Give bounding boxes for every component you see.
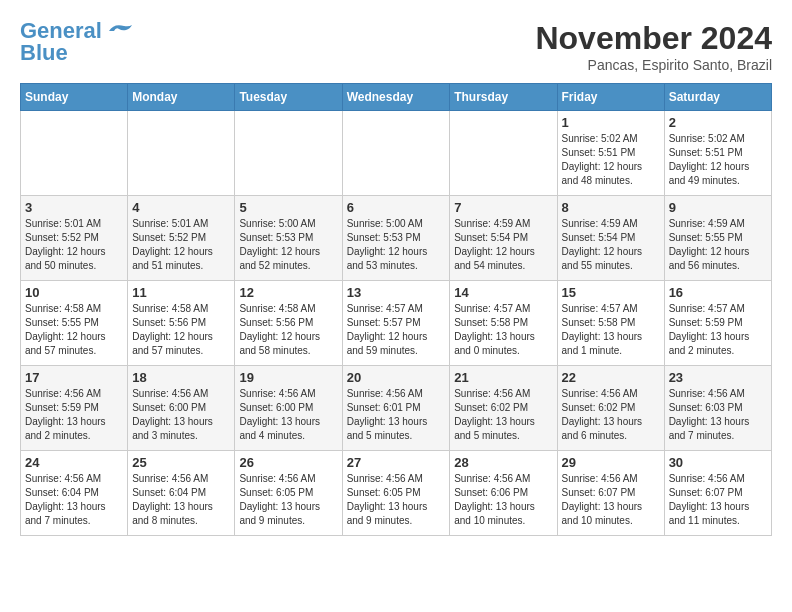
day-info: Sunrise: 5:01 AM Sunset: 5:52 PM Dayligh… [25, 217, 123, 273]
calendar-cell: 17Sunrise: 4:56 AM Sunset: 5:59 PM Dayli… [21, 366, 128, 451]
day-number: 29 [562, 455, 660, 470]
calendar-week-row: 3Sunrise: 5:01 AM Sunset: 5:52 PM Daylig… [21, 196, 772, 281]
calendar-cell: 26Sunrise: 4:56 AM Sunset: 6:05 PM Dayli… [235, 451, 342, 536]
day-number: 20 [347, 370, 446, 385]
day-number: 14 [454, 285, 552, 300]
day-number: 6 [347, 200, 446, 215]
calendar-cell: 2Sunrise: 5:02 AM Sunset: 5:51 PM Daylig… [664, 111, 771, 196]
day-info: Sunrise: 4:59 AM Sunset: 5:55 PM Dayligh… [669, 217, 767, 273]
day-number: 7 [454, 200, 552, 215]
logo-blue: Blue [20, 42, 68, 64]
day-info: Sunrise: 4:56 AM Sunset: 6:03 PM Dayligh… [669, 387, 767, 443]
calendar-header-row: SundayMondayTuesdayWednesdayThursdayFrid… [21, 84, 772, 111]
day-number: 3 [25, 200, 123, 215]
day-number: 23 [669, 370, 767, 385]
day-info: Sunrise: 4:56 AM Sunset: 6:06 PM Dayligh… [454, 472, 552, 528]
day-number: 21 [454, 370, 552, 385]
weekday-header: Thursday [450, 84, 557, 111]
day-info: Sunrise: 4:59 AM Sunset: 5:54 PM Dayligh… [454, 217, 552, 273]
calendar-cell: 14Sunrise: 4:57 AM Sunset: 5:58 PM Dayli… [450, 281, 557, 366]
day-number: 10 [25, 285, 123, 300]
weekday-header: Sunday [21, 84, 128, 111]
logo-text: General [20, 20, 102, 42]
calendar-cell: 18Sunrise: 4:56 AM Sunset: 6:00 PM Dayli… [128, 366, 235, 451]
calendar-cell: 12Sunrise: 4:58 AM Sunset: 5:56 PM Dayli… [235, 281, 342, 366]
calendar-cell [235, 111, 342, 196]
day-number: 19 [239, 370, 337, 385]
day-info: Sunrise: 4:58 AM Sunset: 5:56 PM Dayligh… [132, 302, 230, 358]
calendar-cell [21, 111, 128, 196]
day-info: Sunrise: 5:02 AM Sunset: 5:51 PM Dayligh… [562, 132, 660, 188]
weekday-header: Wednesday [342, 84, 450, 111]
day-info: Sunrise: 5:01 AM Sunset: 5:52 PM Dayligh… [132, 217, 230, 273]
calendar-cell: 16Sunrise: 4:57 AM Sunset: 5:59 PM Dayli… [664, 281, 771, 366]
calendar-cell: 22Sunrise: 4:56 AM Sunset: 6:02 PM Dayli… [557, 366, 664, 451]
day-number: 16 [669, 285, 767, 300]
day-info: Sunrise: 5:02 AM Sunset: 5:51 PM Dayligh… [669, 132, 767, 188]
day-number: 13 [347, 285, 446, 300]
day-info: Sunrise: 4:58 AM Sunset: 5:56 PM Dayligh… [239, 302, 337, 358]
day-info: Sunrise: 4:57 AM Sunset: 5:59 PM Dayligh… [669, 302, 767, 358]
day-info: Sunrise: 4:56 AM Sunset: 6:07 PM Dayligh… [669, 472, 767, 528]
calendar-cell [128, 111, 235, 196]
day-info: Sunrise: 4:56 AM Sunset: 5:59 PM Dayligh… [25, 387, 123, 443]
logo: General Blue [20, 20, 134, 64]
day-number: 27 [347, 455, 446, 470]
calendar-cell: 25Sunrise: 4:56 AM Sunset: 6:04 PM Dayli… [128, 451, 235, 536]
day-info: Sunrise: 4:56 AM Sunset: 6:02 PM Dayligh… [454, 387, 552, 443]
day-info: Sunrise: 4:56 AM Sunset: 6:04 PM Dayligh… [25, 472, 123, 528]
weekday-header: Monday [128, 84, 235, 111]
day-number: 24 [25, 455, 123, 470]
day-number: 18 [132, 370, 230, 385]
day-info: Sunrise: 4:56 AM Sunset: 6:01 PM Dayligh… [347, 387, 446, 443]
day-info: Sunrise: 4:56 AM Sunset: 6:02 PM Dayligh… [562, 387, 660, 443]
location: Pancas, Espirito Santo, Brazil [535, 57, 772, 73]
day-info: Sunrise: 4:57 AM Sunset: 5:58 PM Dayligh… [454, 302, 552, 358]
calendar-cell [450, 111, 557, 196]
day-number: 26 [239, 455, 337, 470]
calendar-week-row: 1Sunrise: 5:02 AM Sunset: 5:51 PM Daylig… [21, 111, 772, 196]
calendar-cell [342, 111, 450, 196]
page-header: General Blue November 2024 Pancas, Espir… [20, 20, 772, 73]
day-number: 12 [239, 285, 337, 300]
month-title: November 2024 [535, 20, 772, 57]
day-number: 30 [669, 455, 767, 470]
day-number: 8 [562, 200, 660, 215]
weekday-header: Friday [557, 84, 664, 111]
day-number: 5 [239, 200, 337, 215]
day-number: 15 [562, 285, 660, 300]
title-block: November 2024 Pancas, Espirito Santo, Br… [535, 20, 772, 73]
calendar-cell: 15Sunrise: 4:57 AM Sunset: 5:58 PM Dayli… [557, 281, 664, 366]
calendar-cell: 9Sunrise: 4:59 AM Sunset: 5:55 PM Daylig… [664, 196, 771, 281]
day-number: 4 [132, 200, 230, 215]
calendar-cell: 28Sunrise: 4:56 AM Sunset: 6:06 PM Dayli… [450, 451, 557, 536]
day-info: Sunrise: 4:56 AM Sunset: 6:05 PM Dayligh… [347, 472, 446, 528]
calendar-cell: 24Sunrise: 4:56 AM Sunset: 6:04 PM Dayli… [21, 451, 128, 536]
day-number: 22 [562, 370, 660, 385]
day-number: 9 [669, 200, 767, 215]
calendar-cell: 13Sunrise: 4:57 AM Sunset: 5:57 PM Dayli… [342, 281, 450, 366]
weekday-header: Tuesday [235, 84, 342, 111]
calendar-cell: 6Sunrise: 5:00 AM Sunset: 5:53 PM Daylig… [342, 196, 450, 281]
day-info: Sunrise: 5:00 AM Sunset: 5:53 PM Dayligh… [347, 217, 446, 273]
logo-bird-icon [104, 21, 134, 41]
calendar-cell: 7Sunrise: 4:59 AM Sunset: 5:54 PM Daylig… [450, 196, 557, 281]
calendar-cell: 3Sunrise: 5:01 AM Sunset: 5:52 PM Daylig… [21, 196, 128, 281]
day-info: Sunrise: 4:57 AM Sunset: 5:58 PM Dayligh… [562, 302, 660, 358]
day-info: Sunrise: 4:56 AM Sunset: 6:05 PM Dayligh… [239, 472, 337, 528]
day-number: 1 [562, 115, 660, 130]
day-info: Sunrise: 4:57 AM Sunset: 5:57 PM Dayligh… [347, 302, 446, 358]
calendar-week-row: 17Sunrise: 4:56 AM Sunset: 5:59 PM Dayli… [21, 366, 772, 451]
day-info: Sunrise: 4:59 AM Sunset: 5:54 PM Dayligh… [562, 217, 660, 273]
day-number: 11 [132, 285, 230, 300]
calendar-cell: 8Sunrise: 4:59 AM Sunset: 5:54 PM Daylig… [557, 196, 664, 281]
weekday-header: Saturday [664, 84, 771, 111]
day-info: Sunrise: 4:58 AM Sunset: 5:55 PM Dayligh… [25, 302, 123, 358]
day-info: Sunrise: 4:56 AM Sunset: 6:07 PM Dayligh… [562, 472, 660, 528]
day-number: 25 [132, 455, 230, 470]
calendar-cell: 5Sunrise: 5:00 AM Sunset: 5:53 PM Daylig… [235, 196, 342, 281]
calendar-week-row: 24Sunrise: 4:56 AM Sunset: 6:04 PM Dayli… [21, 451, 772, 536]
day-number: 28 [454, 455, 552, 470]
day-info: Sunrise: 4:56 AM Sunset: 6:00 PM Dayligh… [239, 387, 337, 443]
calendar-cell: 27Sunrise: 4:56 AM Sunset: 6:05 PM Dayli… [342, 451, 450, 536]
